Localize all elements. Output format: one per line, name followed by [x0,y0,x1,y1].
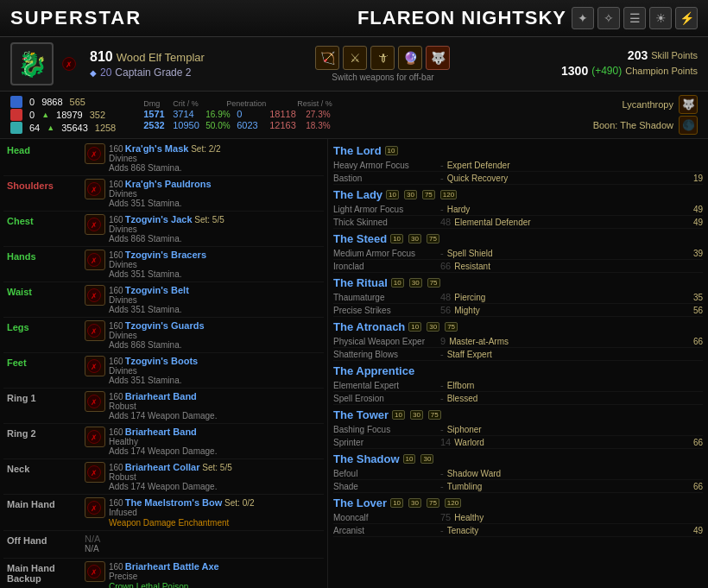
equip-item-icon: ✗ [85,462,105,483]
skill-row: Thaumaturge 48 Piercing 35 [333,291,703,304]
equip-name: Tzogvin's Bracers [125,250,206,260]
skill-row: Heavy Armor Focus - Expert Defender [333,159,703,172]
weapon-icon-4[interactable]: 🔮 [398,46,422,70]
equip-item-details: 160Briarheart Battle Axe Precise Crown L… [109,561,320,588]
skill-row: Shade - Tumbling 66 [333,480,703,493]
equip-quality: Infused [109,508,320,517]
gear-quality-icon: ✗ [87,465,101,479]
grade-label: Captain Grade 2 [115,66,191,79]
pen2-val: 6023 [237,120,268,130]
equip-name-row: 160Briarheart Collar Set: 5/5 [109,462,320,472]
switch-weapons-label: Switch weapons for off-bar [213,73,553,82]
equip-quality: Divines [109,189,320,199]
skill-dash: 48 [440,217,451,227]
equip-name-row: 160Tzogvin's Bracers [109,250,320,260]
magicka-icon [10,109,22,121]
equipment-row[interactable]: Off Hand N/A N/A [3,531,324,559]
skill-set-header: The Steed 103075 [333,232,703,245]
equip-set: Set: 2/2 [188,144,220,154]
superstar-label: SUPERSTAR [10,7,142,29]
resist2-pct: 18.3% [306,121,330,130]
equip-level: 160 [109,215,123,224]
equipment-row[interactable]: Chest ✗ 160Tzogvin's Jack Set: 5/5 Divin… [3,212,324,247]
equip-bonus: Adds 174 Weapon Damage. [109,446,320,456]
stamina-num: 1258 [95,123,116,133]
equipment-row[interactable]: Legs ✗ 160Tzogvin's Guards Divines Adds … [3,318,324,353]
equip-name-row: 160Briarheart Band [109,391,320,401]
grade-num: 20 [100,66,111,79]
equip-level: 160 [109,357,123,366]
equip-name-row: 160Tzogvin's Guards [109,320,320,331]
lightning-icon[interactable]: ⚡ [675,7,698,29]
equipment-row[interactable]: Main Hand ✗ 160The Maelstrom's Bow Set: … [3,495,324,531]
equip-quality: Divines [109,331,320,340]
equip-quality: Divines [109,154,320,163]
gear-quality-icon: ✗ [87,182,101,196]
skill-level-badge: 10 [386,190,399,199]
weapon-icon-3[interactable]: 🗡 [370,46,395,70]
equipment-row[interactable]: Neck ✗ 160Briarheart Collar Set: 5/5 Rob… [3,459,324,495]
equip-item-details: 160Kra'gh's Pauldrons Divines Adds 351 S… [109,179,320,208]
equipment-row[interactable]: Shoulders ✗ 160Kra'gh's Pauldrons Divine… [3,176,324,212]
scroll-icon[interactable]: ☰ [623,7,646,29]
character-panel: 🐉 ✗ 810 Wood Elf Templar ◆ 20 Captain Gr… [0,37,708,92]
star-icon[interactable]: ✦ [572,7,594,29]
skill-val: Resistant [454,262,523,271]
weapon-icon-2[interactable]: ⚔ [343,46,367,70]
equip-item-details: 160Kra'gh's Mask Set: 2/2 Divines Adds 8… [109,143,320,173]
resist-val: 18118 [269,109,304,119]
skill-level-badge: 10 [390,498,403,508]
health-stat: 0 9868 565 [10,96,119,108]
skill-dash: - [440,173,444,183]
sparkle-icon[interactable]: ✧ [597,7,620,29]
equip-slot-label: Legs [7,320,85,332]
skill-val: Tenacity [447,526,516,535]
weapon-icon-5[interactable]: 🐺 [426,46,450,70]
resist-pct: 27.3% [306,110,330,119]
skill-dash: - [440,525,444,535]
equip-name-row: 160Kra'gh's Pauldrons [109,179,320,189]
equipment-row[interactable]: Main Hand Backup ✗ 160Briarheart Battle … [3,559,324,588]
equip-item-icon: ✗ [85,427,105,447]
equip-item-icon: ✗ [85,320,105,341]
equip-name-row: 160Tzogvin's Boots [109,356,320,366]
equipment-row[interactable]: Ring 1 ✗ 160Briarheart Band Robust Adds … [3,389,324,424]
skill-set-name: The Lord [333,144,382,157]
skill-level-badge: 30 [409,278,422,288]
skill-level-badge: 75 [428,410,441,420]
stamina-stat: 64 ▲ 35643 1258 [10,122,119,134]
skill-set-name: The Apprentice [333,364,414,377]
skill-level-badge: 10 [390,234,403,243]
equip-item-icon: ✗ [85,356,105,376]
equip-bonus: N/A [85,544,320,553]
equip-slot-label: Main Hand [7,497,85,509]
equipment-row[interactable]: Hands ✗ 160Tzogvin's Bracers Divines Add… [3,247,324,282]
skill-name: Elemental Expert [333,381,437,390]
sun-icon[interactable]: ☀ [649,7,672,29]
skill-set-name: The Atronach [333,320,405,333]
header-icons: ✦ ✧ ☰ ☀ ⚡ [572,7,698,29]
equipment-row[interactable]: Feet ✗ 160Tzogvin's Boots Divines Adds 3… [3,353,324,389]
equip-item-icon: ✗ [85,561,105,582]
skill-set-header: The Tower 103075 [333,408,703,421]
skill-level-badge: 10 [403,454,416,464]
equip-slot-label: Waist [7,285,85,297]
skill-level-badge: 10 [392,410,405,420]
equip-name-row: 160Kra'gh's Mask Set: 2/2 [109,143,320,154]
equip-name-row: 160Tzogvin's Jack Set: 5/5 [109,214,320,224]
skill-dash: - [440,349,444,359]
weapon-icon-1[interactable]: 🏹 [315,46,339,70]
header-center: FLAREON NIGHTSKY ✦ ✧ ☰ ☀ ⚡ [357,7,698,29]
equip-quality: Divines [109,366,320,376]
equipment-row[interactable]: Ring 2 ✗ 160Briarheart Band Healthy Adds… [3,424,324,459]
skill-row: Spell Erosion - Blessed [333,392,703,405]
equipment-row[interactable]: Waist ✗ 160Tzogvin's Belt Divines Adds 3… [3,282,324,318]
skill-dash: 75 [440,512,451,522]
skill-name: Sprinter [333,438,437,447]
skill-set-header: The Ritual 103075 [333,276,703,289]
skill-val: Siphoner [447,425,516,434]
equip-quality: Robust [109,472,320,482]
skill-set-name: The Tower [333,408,389,421]
skill-val: Healthy [454,513,523,522]
equipment-row[interactable]: Head ✗ 160Kra'gh's Mask Set: 2/2 Divines… [3,141,324,176]
